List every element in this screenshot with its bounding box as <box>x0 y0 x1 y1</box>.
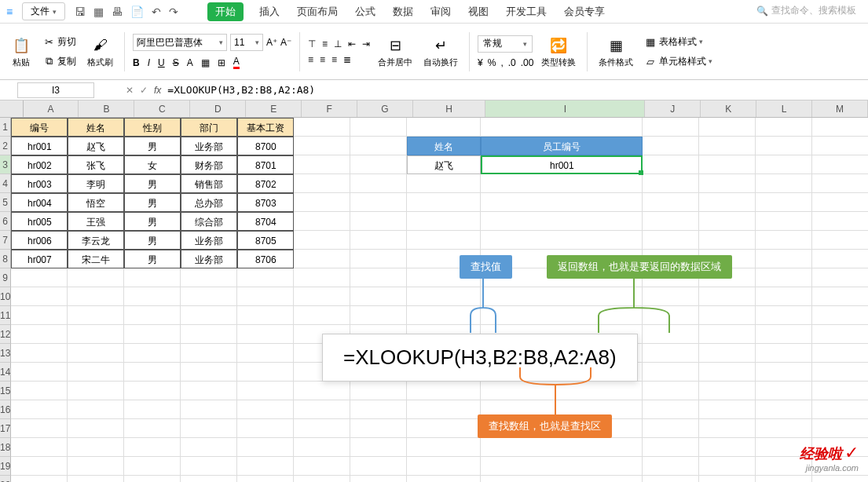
cell-E18[interactable] <box>237 438 294 457</box>
cell-K6[interactable] <box>699 212 756 231</box>
cell-E19[interactable] <box>237 457 294 476</box>
type-convert-icon[interactable]: 🔁 <box>548 35 569 56</box>
align-right-icon[interactable]: ≡ <box>331 54 337 65</box>
row-header-13[interactable]: 13 <box>0 344 11 363</box>
cell-K16[interactable] <box>699 400 756 419</box>
cell-A2[interactable]: hr001 <box>11 137 68 155</box>
row-header-10[interactable]: 10 <box>0 287 11 306</box>
cell-M4[interactable] <box>812 174 868 193</box>
cell-G20[interactable] <box>350 476 407 482</box>
tab-layout[interactable]: 页面布局 <box>295 2 339 22</box>
col-header-G[interactable]: G <box>357 100 413 117</box>
cell-F1[interactable] <box>294 118 350 137</box>
cell-B18[interactable] <box>68 438 124 457</box>
cell-E11[interactable] <box>237 306 294 325</box>
redo-icon[interactable]: ↷ <box>169 5 178 18</box>
fx-icon[interactable]: fx <box>154 85 161 96</box>
cell-L1[interactable] <box>756 118 812 137</box>
format-painter-icon[interactable]: 🖌 <box>90 35 111 56</box>
cell-K4[interactable] <box>699 174 756 193</box>
cell-H2[interactable]: 姓名 <box>407 137 481 155</box>
indent-dec-icon[interactable]: ⇤ <box>348 38 356 49</box>
cell-M9[interactable] <box>812 268 868 287</box>
cell-K5[interactable] <box>699 193 756 212</box>
cell-L4[interactable] <box>756 174 812 193</box>
cell-K11[interactable] <box>699 306 756 325</box>
cell-G3[interactable] <box>350 155 407 174</box>
row-header-3[interactable]: 3 <box>0 155 11 174</box>
cell-J17[interactable] <box>643 419 699 438</box>
qat-icon[interactable]: ▦ <box>93 5 104 18</box>
cell-J13[interactable] <box>643 344 699 363</box>
select-all-corner[interactable] <box>0 100 24 117</box>
conditional-format-icon[interactable]: ▦ <box>606 35 626 56</box>
cell-G1[interactable] <box>350 118 407 137</box>
cell-F15[interactable] <box>294 382 350 400</box>
cell-D5[interactable]: 总办部 <box>181 193 237 212</box>
cell-F19[interactable] <box>294 457 350 476</box>
col-header-K[interactable]: K <box>701 100 756 117</box>
cell-D15[interactable] <box>181 382 237 400</box>
cell-E6[interactable]: 8704 <box>237 212 294 231</box>
save-icon[interactable]: 🖫 <box>75 5 86 18</box>
undo-icon[interactable]: ↶ <box>152 5 161 18</box>
cell-C8[interactable]: 男 <box>124 250 181 268</box>
number-format-select[interactable]: 常规▾ <box>478 35 533 53</box>
cell-E8[interactable]: 8706 <box>237 250 294 268</box>
cell-L11[interactable] <box>756 306 812 325</box>
cell-L13[interactable] <box>756 344 812 363</box>
cell-B5[interactable]: 悟空 <box>68 193 124 212</box>
cell-C3[interactable]: 女 <box>124 155 181 174</box>
cell-F10[interactable] <box>294 287 350 306</box>
cell-J5[interactable] <box>643 193 699 212</box>
increase-font-icon[interactable]: A⁺ <box>266 37 277 48</box>
cell-D11[interactable] <box>181 306 237 325</box>
cell-M2[interactable] <box>812 137 868 155</box>
col-header-F[interactable]: F <box>302 100 357 117</box>
cell-L16[interactable] <box>756 400 812 419</box>
cell-G16[interactable] <box>350 400 407 419</box>
cell-I19[interactable] <box>481 457 643 476</box>
cell-I3[interactable]: hr001 <box>481 155 643 174</box>
cell-G18[interactable] <box>350 438 407 457</box>
cell-L9[interactable] <box>756 268 812 287</box>
font-size-select[interactable]: 11▾ <box>230 34 263 51</box>
cell-B11[interactable] <box>68 306 124 325</box>
paste-label[interactable]: 粘贴 <box>13 57 30 68</box>
cell-I18[interactable] <box>481 438 643 457</box>
col-header-A[interactable]: A <box>24 100 79 117</box>
cell-D18[interactable] <box>181 438 237 457</box>
cell-C16[interactable] <box>124 400 181 419</box>
cell-J18[interactable] <box>643 438 699 457</box>
row-header-17[interactable]: 17 <box>0 419 11 438</box>
cell-M17[interactable] <box>812 419 868 438</box>
cell-A7[interactable]: hr006 <box>11 231 68 250</box>
col-header-C[interactable]: C <box>134 100 190 117</box>
cell-M15[interactable] <box>812 382 868 400</box>
font-name-select[interactable]: 阿里巴巴普惠体▾ <box>133 34 227 51</box>
cell-E4[interactable]: 8702 <box>237 174 294 193</box>
cell-H16[interactable] <box>407 400 481 419</box>
row-header-4[interactable]: 4 <box>0 174 11 193</box>
dec-dec-icon[interactable]: .00 <box>521 57 534 68</box>
merge-label[interactable]: 合并居中 <box>378 57 412 68</box>
cell-K18[interactable] <box>699 438 756 457</box>
cell-K15[interactable] <box>699 382 756 400</box>
cell-F18[interactable] <box>294 438 350 457</box>
cell-A15[interactable] <box>11 382 68 400</box>
cell-B10[interactable] <box>68 287 124 306</box>
cell-D19[interactable] <box>181 457 237 476</box>
row-header-20[interactable]: 20 <box>0 476 11 482</box>
cell-G15[interactable] <box>350 382 407 400</box>
cell-H15[interactable] <box>407 382 481 400</box>
cell-M13[interactable] <box>812 344 868 363</box>
cell-M20[interactable] <box>812 476 868 482</box>
tab-dev[interactable]: 开发工具 <box>504 2 548 22</box>
font-more-button[interactable]: A <box>187 57 193 68</box>
cell-K7[interactable] <box>699 231 756 250</box>
cell-A13[interactable] <box>11 344 68 363</box>
cell-D20[interactable] <box>181 476 237 482</box>
cell-D2[interactable]: 业务部 <box>181 137 237 155</box>
tab-data[interactable]: 数据 <box>391 2 415 22</box>
cell-B20[interactable] <box>68 476 124 482</box>
